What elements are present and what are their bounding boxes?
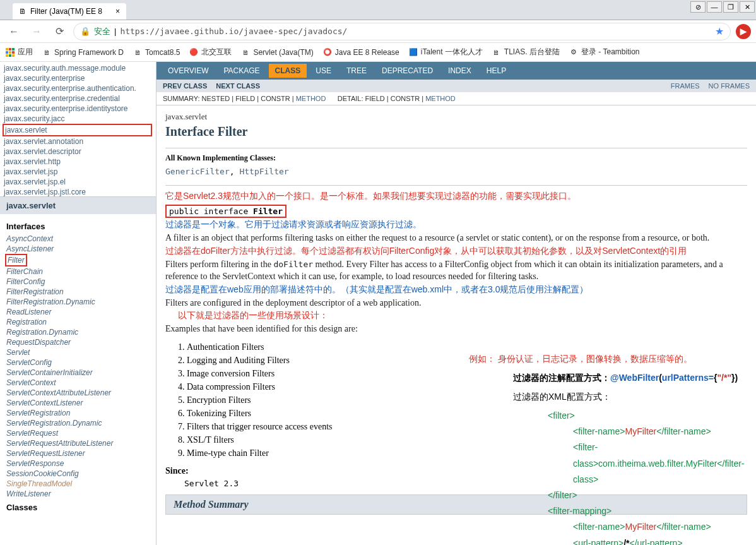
secure-label: 安全 — [94, 26, 110, 37]
back-button[interactable]: ← — [5, 23, 23, 40]
summary-method-link[interactable]: METHOD — [296, 95, 326, 102]
interface-link[interactable]: ServletRequestAttributeListener — [6, 438, 150, 448]
package-list-frame[interactable]: javax.security.auth.message.modulejavax.… — [0, 62, 156, 197]
interface-link[interactable]: ServletContextAttributeListener — [6, 388, 150, 398]
package-link[interactable]: javax.security.enterprise.identitystore — [4, 104, 152, 114]
left-frames: javax.security.auth.message.modulejavax.… — [0, 62, 157, 545]
interface-link[interactable]: ReadListener — [6, 307, 150, 317]
minimize-button[interactable]: — — [707, 1, 722, 13]
bookmark-item[interactable]: 🗎Tomcat8.5 — [133, 47, 180, 57]
class-list-frame[interactable]: javax.servlet Interfaces AsyncContextAsy… — [0, 197, 156, 545]
bookmark-item[interactable]: ⭕Java EE 8 Release — [322, 47, 399, 57]
annotation-red: 以下就是过滤器的一些使用场景设计： — [165, 310, 747, 321]
bookmark-label: 北交互联 — [201, 47, 232, 57]
forward-button[interactable]: → — [28, 23, 45, 40]
bookmark-item[interactable]: 🟦iTalent 一体化人才 — [408, 47, 483, 57]
next-class-link[interactable]: NEXT CLASS — [216, 82, 260, 90]
doc-body: javax.servlet Interface Filter All Known… — [157, 105, 756, 521]
close-button[interactable]: ✕ — [740, 1, 755, 13]
interface-link[interactable]: Servlet — [6, 347, 150, 357]
bookmark-item[interactable]: 应用 — [5, 47, 33, 57]
nav-deprecated[interactable]: DEPRECATED — [375, 64, 439, 78]
nav-class[interactable]: CLASS — [269, 64, 307, 78]
bookmarks-bar: 应用🗎Spring Framework D🗎Tomcat8.5🔴北交互联🗎Ser… — [0, 43, 756, 62]
bookmark-label: Java EE 8 Release — [335, 48, 399, 57]
class-title: Interface Filter — [165, 124, 747, 139]
tab-close-icon[interactable]: × — [115, 7, 120, 16]
package-link[interactable]: javax.servlet — [3, 124, 152, 136]
package-link[interactable]: javax.security.enterprise — [4, 73, 152, 83]
bookmark-star-icon[interactable]: ★ — [715, 25, 724, 37]
interface-link[interactable]: RequestDispatcher — [6, 337, 150, 347]
interface-link[interactable]: ServletContainerInitializer — [6, 368, 150, 378]
frames-link[interactable]: FRAMES — [671, 82, 700, 90]
interface-link[interactable]: Registration.Dynamic — [6, 327, 150, 337]
xml-config: <filter> <filter-name>MyFilter</filter-n… — [548, 408, 756, 545]
description: Filters perform filtering in the doFilte… — [165, 258, 747, 283]
extension-icon[interactable]: ▶ — [736, 24, 751, 39]
package-link[interactable]: javax.servlet.descriptor — [4, 147, 152, 157]
user-icon[interactable]: ⊘ — [690, 1, 706, 13]
interface-link[interactable]: SessionCookieConfig — [6, 469, 150, 479]
interface-link[interactable]: ServletRequest — [6, 428, 150, 438]
package-link[interactable]: javax.security.enterprise.credential — [4, 93, 152, 104]
package-link[interactable]: javax.security.enterprise.authentication… — [4, 83, 152, 93]
bookmark-label: TLIAS. 后台登陆 — [504, 47, 560, 57]
interface-link[interactable]: Filter — [5, 254, 27, 267]
bookmark-item[interactable]: 🔴北交互联 — [189, 47, 232, 57]
bookmark-item[interactable]: 🗎TLIAS. 后台登陆 — [492, 47, 560, 57]
nav-use[interactable]: USE — [309, 64, 338, 78]
interface-link[interactable]: FilterRegistration — [6, 287, 150, 297]
url-text: https://javaee.github.io/javaee-spec/jav… — [120, 27, 347, 36]
interface-link[interactable]: WriteListener — [6, 489, 150, 499]
nav-package[interactable]: PACKAGE — [217, 64, 266, 78]
maximize-button[interactable]: ❐ — [723, 1, 738, 13]
interface-link[interactable]: FilterChain — [6, 267, 150, 277]
package-link[interactable]: javax.servlet.jsp.el — [4, 177, 152, 187]
content-area: javax.security.auth.message.modulejavax.… — [0, 62, 756, 545]
interface-link[interactable]: ServletResponse — [6, 458, 150, 469]
package-link[interactable]: javax.servlet.jsp — [4, 167, 152, 177]
description: A filter is an object that performs filt… — [165, 232, 747, 244]
main-frame[interactable]: OVERVIEWPACKAGECLASSUSETREEDEPRECATEDIND… — [157, 62, 756, 545]
nav-overview[interactable]: OVERVIEW — [162, 64, 215, 78]
interface-link[interactable]: FilterConfig — [6, 277, 150, 287]
example-item: Authentication Filters — [187, 340, 747, 354]
package-link[interactable]: javax.servlet.annotation — [4, 136, 152, 147]
package-link[interactable]: javax.security.jacc — [4, 114, 152, 124]
package-link[interactable]: javax.servlet.jsp.jstl.core — [4, 187, 152, 197]
nav-help[interactable]: HELP — [480, 64, 512, 78]
interface-link[interactable]: ServletRegistration.Dynamic — [6, 418, 150, 428]
interface-link[interactable]: SingleThreadModel — [6, 479, 150, 489]
browser-tab[interactable]: 🗎 Filter (Java(TM) EE 8 × — [13, 3, 126, 20]
nav-tree[interactable]: TREE — [340, 64, 373, 78]
bookmark-item[interactable]: 🗎Spring Framework D — [42, 47, 124, 57]
bookmark-item[interactable]: 🗎Servlet (Java(TM) — [240, 47, 313, 57]
interface-link[interactable]: Registration — [6, 317, 150, 327]
reload-button[interactable]: ⟳ — [50, 23, 68, 40]
interface-link[interactable]: AsyncListener — [6, 244, 150, 254]
bookmark-item[interactable]: ⚙登录 - Teambition — [569, 47, 640, 57]
package-name: javax.servlet — [165, 112, 747, 122]
example-item: Encryption Filters — [187, 393, 747, 407]
nav-index[interactable]: INDEX — [442, 64, 478, 78]
interface-link[interactable]: ServletRequestListener — [6, 448, 150, 458]
interface-link[interactable]: ServletContextListener — [6, 398, 150, 408]
noframes-link[interactable]: NO FRAMES — [709, 82, 750, 90]
known-class-link[interactable]: GenericFilter — [165, 167, 230, 176]
interface-link[interactable]: ServletContext — [6, 378, 150, 388]
bookmark-icon: 🗎 — [42, 47, 52, 57]
window-controls: ⊘ — ❐ ✕ — [689, 0, 756, 14]
interface-link[interactable]: FilterRegistration.Dynamic — [6, 297, 150, 307]
browser-toolbar: ← → ⟳ 🔒 安全 | https://javaee.github.io/ja… — [0, 20, 756, 43]
annotation-red: 过滤器在doFilter方法中执行过滤。每个过滤器都有权访问FilterConf… — [165, 246, 747, 257]
detail-method-link[interactable]: METHOD — [425, 95, 456, 102]
interface-link[interactable]: ServletRegistration — [6, 408, 150, 418]
interface-link[interactable]: ServletConfig — [6, 357, 150, 368]
package-link[interactable]: javax.security.auth.message.module — [4, 63, 152, 73]
url-bar[interactable]: 🔒 安全 | https://javaee.github.io/javaee-s… — [73, 23, 731, 40]
interface-link[interactable]: AsyncContext — [6, 234, 150, 244]
known-class-link[interactable]: HttpFilter — [239, 167, 288, 176]
prev-class-link[interactable]: PREV CLASS — [163, 82, 207, 90]
package-link[interactable]: javax.servlet.http — [4, 157, 152, 167]
